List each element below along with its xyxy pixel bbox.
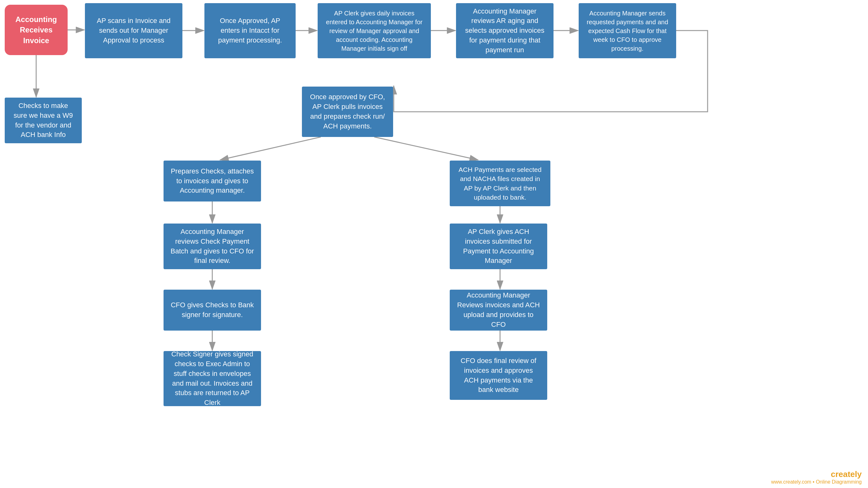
box-7: Once approved by CFO, AP Clerk pulls inv… [302,87,393,137]
box-11-right: CFO does final review of invoices and ap… [450,351,547,400]
arrows-svg [0,0,868,488]
box-4: Accounting Manager reviews AR aging and … [456,3,554,58]
box-2: Once Approved, AP enters in Intacct for … [205,3,296,58]
box-5: Accounting Manager sends requested payme… [579,3,676,58]
brand: creately www.creately.com • Online Diagr… [771,469,862,485]
box-1: AP scans in Invoice and sends out for Ma… [85,3,182,58]
box-9-right: AP Clerk gives ACH invoices submitted fo… [450,224,547,269]
box-8-right: ACH Payments are selected and NACHA file… [450,161,550,206]
box-9-left: Accounting Manager reviews Check Payment… [163,224,261,269]
svg-line-8 [374,137,478,160]
brand-name: creately [771,469,862,479]
box-3: AP Clerk gives daily invoices entered to… [318,3,431,58]
brand-url: www.creately.com • Online Diagramming [771,479,862,485]
svg-line-7 [220,137,321,160]
box-11-left: Check Signer gives signed checks to Exec… [163,351,261,406]
diagram: Accounting Receives Invoice AP scans in … [0,0,868,488]
box-10-right: Accounting Manager Reviews invoices and … [450,290,547,331]
box-8-left: Prepares Checks, attaches to invoices an… [163,161,261,201]
box-6: Checks to make sure we have a W9 for the… [5,97,82,143]
start-box: Accounting Receives Invoice [5,5,68,55]
box-10-left: CFO gives Checks to Bank signer for sign… [163,290,261,331]
